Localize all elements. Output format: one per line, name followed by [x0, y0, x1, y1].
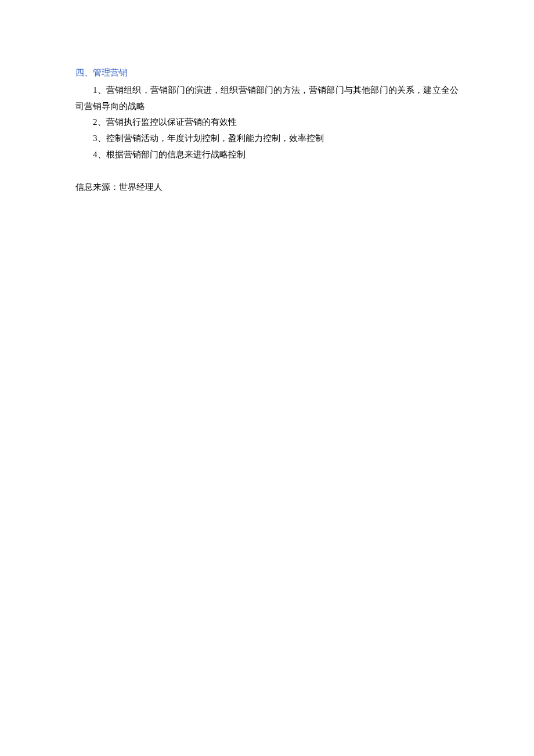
paragraph-3: 3、控制营销活动，年度计划控制，盈利能力控制，效率控制 — [75, 131, 459, 147]
paragraph-2: 2、营销执行监控以保证营销的有效性 — [75, 114, 459, 131]
paragraph-4: 4、根据营销部门的信息来进行战略控制 — [75, 147, 459, 163]
paragraph-1: 1、营销组织，营销部门的演进，组织营销部门的方法，营销部门与其他部门的关系，建立… — [75, 82, 459, 115]
source-line: 信息来源：世界经理人 — [75, 179, 459, 196]
section-heading: 四、管理营销 — [75, 65, 459, 81]
paragraph-1-text: 1、营销组织，营销部门的演进，组织营销部门的方法，营销部门与其他部门的关系，建立… — [75, 85, 459, 111]
